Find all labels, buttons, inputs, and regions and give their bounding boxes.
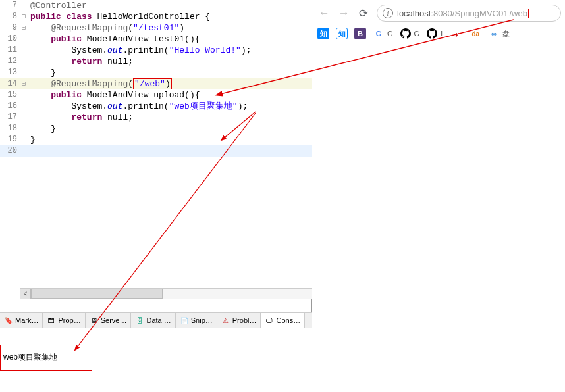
line-number: 9 <box>0 22 20 34</box>
tab-markers[interactable]: 🔖Mark… <box>0 313 43 328</box>
line-number: 8 <box>0 11 20 22</box>
tab-problems[interactable]: ⚠Probl… <box>217 313 261 328</box>
fold-toggle-icon[interactable]: ⊟ <box>20 22 28 34</box>
string-literal: "/web" <box>134 79 165 89</box>
null-literal: null; <box>102 57 133 66</box>
fold-icon <box>20 134 28 145</box>
string-literal: "Hello World!" <box>169 45 241 55</box>
keyword: return <box>71 57 102 66</box>
view-tabs-bar: 🔖Mark… 🗔Prop… 🖥Serve… 🗄Data … 📄Snip… ⚠Pr… <box>0 312 312 328</box>
tab-console[interactable]: 🖵Cons… <box>261 313 305 328</box>
tab-label: Prop… <box>58 316 80 324</box>
line-number: 11 <box>0 45 20 56</box>
bookmark-label-pan: 盘 <box>502 29 510 39</box>
scroll-thumb[interactable] <box>31 289 163 299</box>
site-info-icon[interactable]: i <box>383 8 393 18</box>
line-number: 15 <box>0 89 20 101</box>
line-number: 13 <box>0 67 20 78</box>
tab-label: Serve… <box>101 316 127 324</box>
reload-button[interactable]: ⟳ <box>357 7 370 20</box>
bookmarks-bar: 知 知 B G G G L y da ∞ 盘 <box>313 25 565 42</box>
class-name: HelloWorldController <box>97 12 200 22</box>
string-literal: "/test01" <box>133 23 179 33</box>
punct: ); <box>241 45 252 55</box>
keyword: public <box>51 34 82 44</box>
annotation: @RequestMapping <box>51 79 128 89</box>
markers-icon: 🔖 <box>4 316 13 325</box>
line-number: 18 <box>0 123 20 134</box>
fold-icon <box>20 67 28 78</box>
line-number: 19 <box>0 134 20 145</box>
bookmark-baidu-pan[interactable]: ∞ <box>488 28 500 39</box>
bookmark-label-l: L <box>441 30 444 37</box>
console-panel[interactable]: web项目聚集地 <box>0 328 312 392</box>
tab-data-source[interactable]: 🗄Data … <box>131 313 175 328</box>
bookmark-label-g: G <box>414 30 420 37</box>
bookmark-da[interactable]: da <box>470 28 481 39</box>
keyword: class <box>67 12 92 22</box>
problems-icon: ⚠ <box>221 316 230 325</box>
bookmark-bootstrap[interactable]: B <box>354 28 366 39</box>
null-literal: null; <box>102 112 133 122</box>
browser-toolbar: ← → ⟳ i localhost:8080/SpringMVC01/web <box>313 3 565 24</box>
back-button[interactable]: ← <box>317 7 331 20</box>
bookmark-github-2[interactable] <box>426 28 438 39</box>
scroll-left-icon[interactable]: < <box>20 289 31 300</box>
browser-window: ← → ⟳ i localhost:8080/SpringMVC01/web 知… <box>313 0 565 392</box>
highlighted-url-path: /web <box>508 9 528 18</box>
fold-icon <box>20 101 28 112</box>
highlighted-mapping-box: "/web") <box>133 78 172 89</box>
tab-servers[interactable]: 🖥Serve… <box>86 313 132 328</box>
tab-label: Snip… <box>191 316 213 324</box>
keyword: return <box>71 112 102 122</box>
forward-button[interactable]: → <box>337 7 350 20</box>
fold-toggle-icon[interactable]: ⊟ <box>20 11 28 22</box>
fold-icon <box>20 145 28 157</box>
data-source-icon: 🗄 <box>135 316 144 325</box>
annotation: @Controller <box>30 1 87 11</box>
horizontal-scrollbar[interactable]: < <box>20 288 312 299</box>
object-ref: System. <box>71 45 107 55</box>
bookmark-youdao[interactable]: y <box>451 28 463 39</box>
line-number: 16 <box>0 101 20 112</box>
servers-icon: 🖥 <box>90 316 99 325</box>
bookmark-google[interactable]: G <box>373 28 385 39</box>
method-name: upload <box>153 90 184 100</box>
annotation: @RequestMapping <box>51 23 128 33</box>
bookmark-zhihu-alt[interactable]: 知 <box>336 28 348 39</box>
method-call: .println( <box>122 45 169 55</box>
line-number: 14 <box>0 78 20 89</box>
bookmark-label-g: G <box>387 30 393 37</box>
field-ref: out <box>107 101 122 111</box>
fold-toggle-icon[interactable]: ⊟ <box>20 78 28 89</box>
fold-icon <box>20 112 28 123</box>
string-literal: "web项目聚集地" <box>169 101 238 111</box>
url-text: localhost:8080/SpringMVC01/web <box>397 9 555 18</box>
code-editor[interactable]: 7@Controller 8⊟public class HelloWorldCo… <box>0 0 312 299</box>
github-icon <box>400 28 411 39</box>
line-number: 17 <box>0 112 20 123</box>
fold-icon <box>20 0 28 11</box>
scroll-track[interactable] <box>31 289 312 300</box>
bookmark-github[interactable] <box>400 28 412 39</box>
fold-icon <box>20 56 28 67</box>
bookmark-zhihu[interactable]: 知 <box>317 28 329 39</box>
method-call: .println( <box>122 101 169 111</box>
console-output-box: web项目聚集地 <box>0 345 92 371</box>
tab-properties[interactable]: 🗔Prop… <box>43 313 85 328</box>
line-number: 7 <box>0 0 20 11</box>
keyword: public <box>51 90 82 100</box>
tab-snippets[interactable]: 📄Snip… <box>176 313 217 328</box>
console-output-text: web项目聚集地 <box>3 353 57 362</box>
object-ref: System. <box>71 101 107 111</box>
fold-icon <box>20 34 28 45</box>
line-number: 20 <box>0 145 20 157</box>
tab-label: Mark… <box>15 316 38 324</box>
address-bar[interactable]: i localhost:8080/SpringMVC01/web <box>377 5 561 22</box>
method-name: test01 <box>153 34 184 44</box>
line-number: 12 <box>0 56 20 67</box>
return-type: ModelAndView <box>87 34 149 44</box>
snippets-icon: 📄 <box>180 316 189 325</box>
line-number: 10 <box>0 34 20 45</box>
brace: { <box>200 12 210 22</box>
